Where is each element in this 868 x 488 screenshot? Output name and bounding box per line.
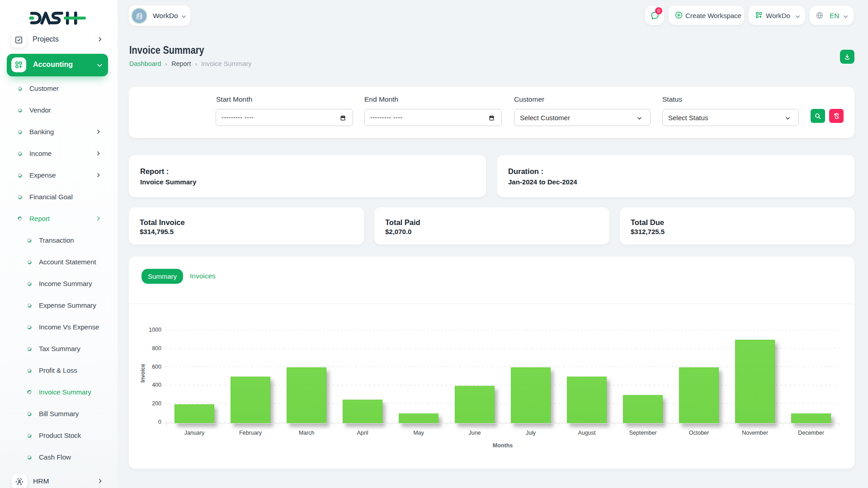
svg-text:February: February [239,430,262,436]
svg-text:0: 0 [158,419,161,425]
svg-text:July: July [526,430,536,436]
svg-text:April: April [357,430,368,436]
svg-text:March: March [299,430,315,436]
svg-text:May: May [413,430,424,436]
svg-text:800: 800 [152,345,161,352]
svg-text:June: June [468,430,481,436]
svg-text:Months: Months [493,442,513,449]
svg-text:December: December [798,430,824,436]
svg-text:November: November [742,430,768,436]
svg-text:Invoice: Invoice [140,364,146,383]
svg-text:September: September [629,430,656,436]
svg-text:400: 400 [152,382,161,388]
svg-text:August: August [578,430,596,436]
svg-text:October: October [689,430,709,436]
svg-text:January: January [184,430,205,436]
svg-text:600: 600 [152,364,161,370]
svg-text:1000: 1000 [149,327,161,333]
svg-text:200: 200 [152,400,161,407]
